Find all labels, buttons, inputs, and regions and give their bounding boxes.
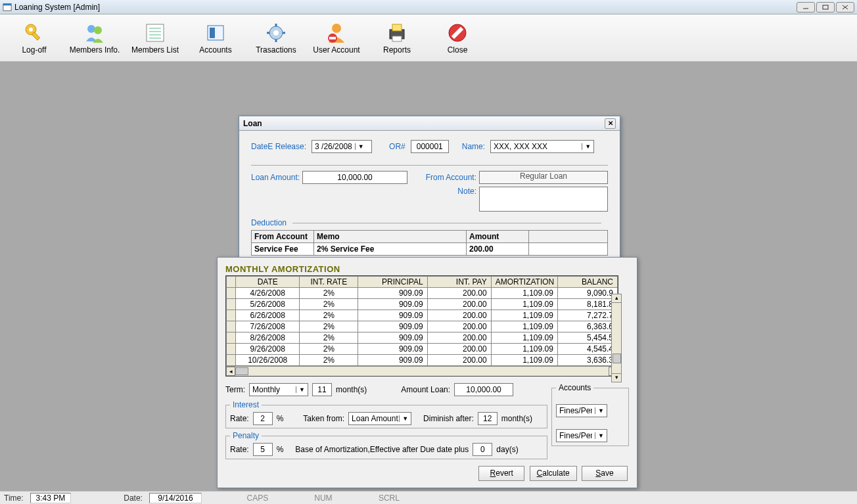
row-header bbox=[227, 332, 236, 344]
scroll-thumb[interactable] bbox=[235, 367, 248, 375]
row-header bbox=[227, 299, 236, 310]
deduction-col-from[interactable]: From Account bbox=[252, 231, 314, 243]
maximize-button[interactable] bbox=[816, 2, 835, 12]
grid-col-amort[interactable]: AMORTIZATION bbox=[491, 277, 557, 288]
cell-date: 8/26/2008 bbox=[236, 332, 300, 344]
deduction-cell: Service Fee bbox=[252, 243, 314, 256]
deduction-col-memo[interactable]: Memo bbox=[314, 231, 467, 243]
pct-label: % bbox=[277, 414, 284, 423]
deduction-cell: 200.00 bbox=[467, 243, 529, 256]
btn-text: ave bbox=[601, 469, 613, 478]
toolbar-transactions[interactable]: Trasactions bbox=[246, 16, 306, 60]
penalty-days-input[interactable] bbox=[473, 443, 492, 456]
horizontal-scrollbar[interactable]: ◂ ▸ bbox=[226, 366, 618, 376]
amortization-grid[interactable]: DATE INT. RATE PRINCIPAL INT. PAY AMORTI… bbox=[225, 275, 618, 377]
months-input[interactable] bbox=[312, 383, 332, 396]
scrl-indicator: SCRL bbox=[359, 493, 419, 503]
cell-rate: 2% bbox=[300, 288, 358, 299]
or-label: OR# bbox=[389, 142, 405, 151]
toolbar-logoff[interactable]: Log-off bbox=[4, 16, 64, 60]
name-dropdown[interactable]: XXX, XXX XXX ▼ bbox=[490, 140, 594, 153]
cell-principal: 909.09 bbox=[358, 321, 427, 332]
loan-close-button[interactable]: ✕ bbox=[605, 118, 616, 129]
toolbar-accounts[interactable]: Accounts bbox=[185, 16, 246, 60]
close-button[interactable] bbox=[836, 2, 854, 12]
svg-rect-26 bbox=[329, 37, 336, 39]
amort-row[interactable]: 5/26/20082%909.09200.001,109.098,181.8 bbox=[227, 299, 618, 310]
scroll-up-icon[interactable]: ▴ bbox=[612, 294, 621, 303]
svg-rect-28 bbox=[392, 24, 402, 31]
toolbar-close[interactable]: Close bbox=[427, 16, 488, 60]
cell-principal: 909.09 bbox=[358, 288, 427, 299]
scroll-left-icon[interactable]: ◂ bbox=[226, 367, 235, 376]
toolbar-label: Accounts bbox=[199, 45, 231, 55]
cell-amort: 1,109.09 bbox=[491, 310, 557, 321]
vertical-scrollbar[interactable]: ▴ ▾ bbox=[611, 294, 622, 382]
taken-from-dropdown[interactable]: Loan Amount ▼ bbox=[348, 412, 411, 425]
grid-col-intpay[interactable]: INT. PAY bbox=[427, 277, 491, 288]
grid-col-rate[interactable]: INT. RATE bbox=[300, 277, 358, 288]
deduction-col-blank[interactable] bbox=[529, 231, 608, 243]
cell-amort: 1,109.09 bbox=[491, 355, 557, 366]
calculate-button[interactable]: Calculate bbox=[530, 466, 577, 481]
grid-col-principal[interactable]: PRINCIPAL bbox=[358, 277, 427, 288]
amount-loan-input[interactable] bbox=[454, 383, 513, 396]
diminish-input[interactable] bbox=[478, 412, 498, 425]
grid-col-balance[interactable]: BALANC bbox=[557, 277, 617, 288]
deduction-label: Deduction bbox=[251, 218, 287, 227]
toolbar-label: Members List bbox=[131, 45, 179, 55]
window-titlebar: Loaning System [Admin] bbox=[0, 0, 857, 14]
revert-button[interactable]: Revert bbox=[478, 466, 524, 481]
cell-balance: 4,545.4 bbox=[557, 344, 617, 355]
chevron-down-icon: ▼ bbox=[399, 415, 408, 422]
scroll-thumb[interactable] bbox=[613, 354, 621, 363]
deduction-col-amount[interactable]: Amount bbox=[467, 231, 529, 243]
cell-intpay: 200.00 bbox=[427, 344, 491, 355]
loan-amount-input[interactable] bbox=[302, 171, 407, 184]
amortization-window: MONTHLY AMORTIZATION DATE INT. RATE PRIN… bbox=[217, 257, 637, 488]
cell-amort: 1,109.09 bbox=[491, 288, 557, 299]
amort-row[interactable]: 4/26/20082%909.09200.001,109.099,090.9 bbox=[227, 288, 618, 299]
amort-row[interactable]: 9/26/20082%909.09200.001,109.094,545.4 bbox=[227, 344, 618, 355]
date-release-dropdown[interactable]: 3 /26/2008 ▼ bbox=[312, 140, 372, 153]
note-textarea[interactable] bbox=[479, 187, 608, 212]
grid-corner bbox=[227, 277, 236, 288]
caps-indicator: CAPS bbox=[228, 493, 287, 503]
interest-rate-input[interactable] bbox=[253, 412, 273, 425]
amort-row[interactable]: 7/26/20082%909.09200.001,109.096,363.6 bbox=[227, 321, 618, 332]
cell-balance: 6,363.6 bbox=[557, 321, 617, 332]
toolbar-members-info[interactable]: Members Info. bbox=[64, 16, 125, 60]
main-toolbar: Log-off Members Info. Members List Accou… bbox=[0, 14, 857, 62]
loan-window-titlebar[interactable]: Loan ✕ bbox=[239, 116, 620, 131]
key-icon bbox=[23, 22, 45, 44]
deduction-row[interactable]: Service Fee 2% Service Fee 200.00 bbox=[252, 243, 608, 256]
term-dropdown[interactable]: Monthly ▼ bbox=[249, 383, 308, 396]
amort-row[interactable]: 10/26/20082%909.09200.001,109.093,636.3 bbox=[227, 355, 618, 366]
cell-rate: 2% bbox=[300, 344, 358, 355]
toolbar-user-account[interactable]: User Account bbox=[306, 16, 367, 60]
save-button[interactable]: Save bbox=[582, 466, 628, 481]
toolbar-reports[interactable]: Reports bbox=[367, 16, 427, 60]
taken-from-value: Loan Amount bbox=[352, 414, 398, 423]
toolbar-label: Trasactions bbox=[256, 45, 296, 55]
cell-principal: 909.09 bbox=[358, 332, 427, 344]
amort-row[interactable]: 8/26/20082%909.09200.001,109.095,454.5 bbox=[227, 332, 618, 344]
scroll-down-icon[interactable]: ▾ bbox=[612, 373, 621, 382]
cell-amort: 1,109.09 bbox=[491, 299, 557, 310]
toolbar-label: Close bbox=[448, 45, 468, 55]
months-label: month(s) bbox=[336, 385, 367, 394]
date-release-label: DateE Release: bbox=[251, 142, 306, 151]
grid-col-date[interactable]: DATE bbox=[236, 277, 300, 288]
svg-point-9 bbox=[87, 25, 95, 33]
minimize-button[interactable] bbox=[797, 2, 815, 12]
penalty-rate-input[interactable] bbox=[253, 443, 273, 456]
app-icon bbox=[3, 3, 12, 12]
toolbar-label: Log-off bbox=[22, 45, 46, 55]
account2-dropdown[interactable]: Fines/Penalt ▼ bbox=[556, 429, 607, 442]
amort-row[interactable]: 6/26/20082%909.09200.001,109.097,272.7 bbox=[227, 310, 618, 321]
toolbar-members-list[interactable]: Members List bbox=[125, 16, 185, 60]
svg-rect-1 bbox=[3, 3, 11, 5]
account1-dropdown[interactable]: Fines/Penalt ▼ bbox=[556, 404, 607, 417]
status-bar: Time: 3:43 PM Date: 9/14/2016 CAPS NUM S… bbox=[0, 491, 857, 504]
or-input[interactable] bbox=[411, 140, 449, 153]
